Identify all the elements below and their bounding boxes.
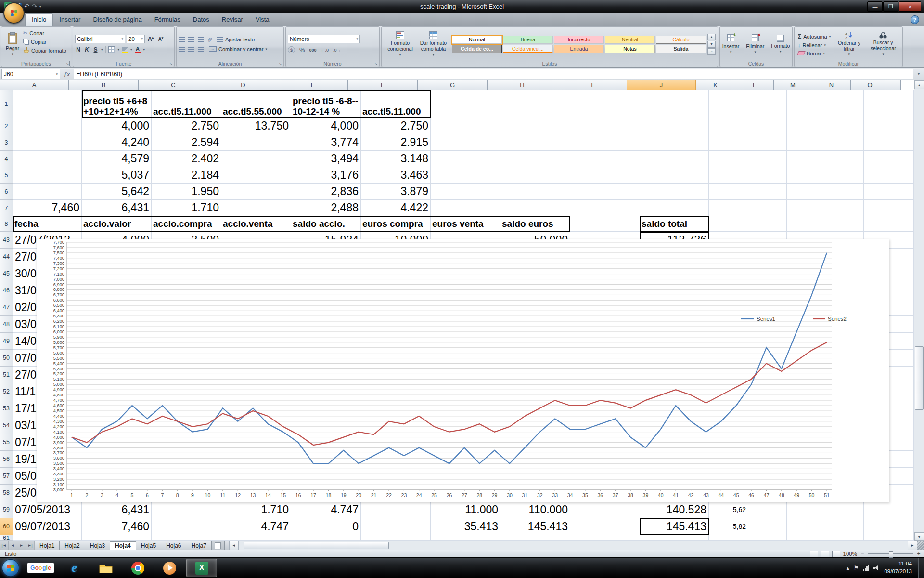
taskbar-chrome-button[interactable] — [123, 559, 153, 577]
cell-C61[interactable] — [152, 535, 221, 541]
style-normal[interactable]: Normal — [452, 36, 502, 44]
style-incorrecto[interactable]: Incorrecto — [554, 36, 604, 44]
column-header-blank[interactable] — [889, 80, 901, 90]
cell-x1[interactable] — [902, 90, 914, 118]
cell-L1[interactable] — [748, 90, 787, 118]
font-dialog-launcher[interactable] — [168, 61, 173, 66]
cell-E59[interactable]: 4.747 — [291, 501, 361, 518]
cell-H59[interactable]: 110.000 — [500, 501, 570, 518]
cell-F60[interactable] — [361, 518, 431, 535]
cell-G8[interactable]: euros venta — [431, 216, 500, 232]
scroll-down-icon[interactable]: ▼ — [914, 532, 924, 541]
wrap-text-button[interactable]: Ajustar texto — [216, 36, 256, 43]
scroll-left-icon[interactable]: ◄ — [229, 541, 239, 550]
cell-x6[interactable] — [902, 184, 914, 200]
row-header-44[interactable]: 44 — [0, 249, 13, 265]
comma-style-icon[interactable]: 000 — [309, 48, 317, 53]
cell-F5[interactable]: 3.463 — [361, 167, 431, 184]
cell-x52[interactable] — [902, 383, 914, 400]
cell-J4[interactable] — [640, 151, 709, 167]
style-celda-vinculada[interactable]: Celda vincul... — [503, 45, 553, 53]
gallery-down-icon[interactable]: ▼ — [707, 41, 716, 48]
cell-N60[interactable] — [825, 518, 864, 535]
sheet-tab-hoja7[interactable]: Hoja7 — [186, 541, 211, 550]
cell-J5[interactable] — [640, 167, 709, 184]
number-format-select[interactable]: Número▾ — [288, 35, 360, 43]
row-header-47[interactable]: 47 — [0, 299, 13, 316]
cell-M7[interactable] — [787, 200, 825, 216]
cell-x58[interactable] — [902, 485, 914, 501]
cell-J8[interactable]: saldo total — [640, 216, 709, 232]
style-entrada[interactable]: Entrada — [554, 45, 604, 53]
cell-L7[interactable] — [748, 200, 787, 216]
column-header-H[interactable]: H — [488, 80, 557, 90]
cell-M60[interactable] — [787, 518, 825, 535]
tab-vista[interactable]: Vista — [249, 14, 276, 26]
cell-K2[interactable] — [709, 118, 748, 134]
cell-H5[interactable] — [500, 167, 570, 184]
cell-I7[interactable] — [570, 200, 640, 216]
row-header-1[interactable]: 1 — [0, 90, 13, 118]
shrink-font-button[interactable]: A▾ — [156, 36, 165, 42]
cell-L59[interactable] — [748, 501, 787, 518]
network-icon[interactable] — [863, 565, 869, 571]
column-header-B[interactable]: B — [69, 80, 139, 90]
column-header-L[interactable]: L — [735, 80, 774, 90]
cell-x2[interactable] — [902, 118, 914, 134]
tab-inicio[interactable]: Inicio — [25, 13, 53, 26]
taskbar-google-button[interactable]: Google — [24, 559, 57, 577]
row-header-59[interactable]: 59 — [0, 501, 13, 518]
cell-I5[interactable] — [570, 167, 640, 184]
cut-button[interactable]: ✂Cortar — [22, 29, 68, 37]
cell-G1[interactable] — [431, 90, 500, 118]
cell-M3[interactable] — [787, 134, 825, 151]
cell-E2[interactable]: 4,000 — [291, 118, 361, 134]
sheet-tab-hoja5[interactable]: Hoja5 — [136, 541, 161, 550]
cell-H6[interactable] — [500, 184, 570, 200]
cell-F1[interactable]: acc.tl5.11.000 — [361, 90, 431, 118]
clipboard-dialog-launcher[interactable] — [64, 61, 70, 66]
cell-O2[interactable] — [864, 118, 902, 134]
sheet-tab-hoja4[interactable]: Hoja4 — [110, 541, 136, 550]
action-center-flag-icon[interactable]: ⚑ — [854, 565, 859, 571]
cell-x3[interactable] — [902, 134, 914, 151]
tab-formulas[interactable]: Fórmulas — [148, 14, 187, 26]
cell-E4[interactable]: 3,494 — [291, 151, 361, 167]
cell-x54[interactable] — [902, 417, 914, 434]
cell-E8[interactable]: saldo accio. — [291, 216, 361, 232]
insert-worksheet-tab[interactable] — [212, 541, 225, 550]
align-right-icon[interactable] — [198, 47, 204, 52]
cell-M59[interactable] — [787, 501, 825, 518]
cell-C60[interactable] — [152, 518, 221, 535]
cell-B8[interactable]: accio.valor — [82, 216, 152, 232]
zoom-level[interactable]: 100% — [843, 551, 857, 557]
cell-B7[interactable]: 6,431 — [82, 200, 152, 216]
cell-L8[interactable] — [748, 216, 787, 232]
bold-button[interactable]: N — [75, 46, 81, 53]
tab-diseno[interactable]: Diseño de página — [87, 14, 148, 26]
row-header-49[interactable]: 49 — [0, 333, 13, 350]
column-header-E[interactable]: E — [278, 80, 348, 90]
row-header-45[interactable]: 45 — [0, 265, 13, 282]
cell-D4[interactable] — [221, 151, 291, 167]
currency-icon[interactable]: $ — [288, 46, 295, 53]
column-header-N[interactable]: N — [812, 80, 851, 90]
cell-H8[interactable]: saldo euros — [500, 216, 570, 232]
cell-F3[interactable]: 2.915 — [361, 134, 431, 151]
cell-N5[interactable] — [825, 167, 864, 184]
cell-A4[interactable] — [13, 151, 82, 167]
close-button[interactable]: × — [899, 1, 921, 12]
cell-E5[interactable]: 3,176 — [291, 167, 361, 184]
align-middle-icon[interactable] — [188, 37, 194, 42]
cell-I4[interactable] — [570, 151, 640, 167]
cell-L3[interactable] — [748, 134, 787, 151]
cell-B2[interactable]: 4,000 — [82, 118, 152, 134]
cell-E7[interactable]: 2,488 — [291, 200, 361, 216]
cell-N3[interactable] — [825, 134, 864, 151]
cell-O8[interactable] — [864, 216, 902, 232]
cell-L60[interactable] — [748, 518, 787, 535]
cell-I59[interactable] — [570, 501, 640, 518]
row-header-57[interactable]: 57 — [0, 468, 13, 485]
cell-J7[interactable] — [640, 200, 709, 216]
cell-K7[interactable] — [709, 200, 748, 216]
